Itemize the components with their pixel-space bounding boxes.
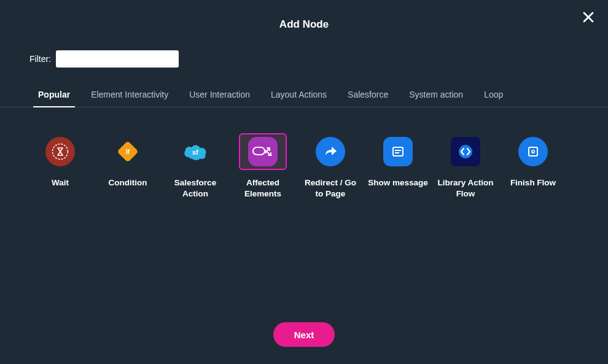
tab-layout-actions[interactable]: Layout Actions [271, 90, 327, 107]
svg-text:If: If [126, 149, 130, 155]
node-redirect[interactable]: Redirect / Go to Page [300, 133, 361, 199]
stop-square-icon [518, 137, 548, 166]
node-salesforce-action[interactable]: sf Salesforce Action [165, 133, 226, 199]
tab-system-action[interactable]: System action [409, 90, 463, 107]
node-label: Redirect / Go to Page [300, 177, 361, 199]
tabs-bar: Popular Element Interactivity User Inter… [0, 68, 608, 107]
node-label: Show message [368, 177, 428, 188]
tab-loop[interactable]: Loop [484, 90, 503, 107]
code-brackets-icon [451, 137, 480, 166]
filter-row: Filter: [0, 31, 608, 68]
node-finish-flow[interactable]: Finish Flow [502, 133, 564, 199]
node-grid: Wait If Condition sf Salesforce Action [0, 107, 608, 199]
tab-element-interactivity[interactable]: Element Interactivity [91, 90, 168, 107]
node-label: Affected Elements [232, 177, 294, 199]
dialog-title: Add Node [0, 18, 608, 31]
affected-elements-icon [248, 137, 278, 166]
cloud-sf-icon: sf [181, 137, 210, 166]
node-label: Library Action Flow [435, 177, 496, 199]
svg-rect-5 [393, 147, 403, 156]
node-library-action-flow[interactable]: Library Action Flow [435, 133, 496, 199]
svg-rect-4 [253, 147, 265, 155]
node-label: Wait [52, 177, 69, 188]
tab-salesforce[interactable]: Salesforce [348, 90, 388, 107]
filter-label: Filter: [29, 54, 51, 64]
message-lines-icon [383, 137, 413, 166]
next-button[interactable]: Next [273, 322, 335, 347]
svg-point-10 [532, 150, 534, 153]
node-show-message[interactable]: Show message [367, 133, 429, 199]
node-wait[interactable]: Wait [29, 133, 91, 199]
node-label: Finish Flow [510, 177, 556, 188]
node-label: Salesforce Action [165, 177, 226, 199]
tab-popular[interactable]: Popular [38, 90, 70, 107]
svg-text:sf: sf [192, 149, 198, 156]
filter-input[interactable] [56, 50, 179, 68]
hourglass-icon [45, 137, 75, 166]
tab-user-interaction[interactable]: User Interaction [189, 90, 250, 107]
dialog-header: Add Node [0, 0, 608, 31]
node-label: Condition [109, 177, 147, 188]
close-button[interactable] [582, 11, 594, 23]
node-condition[interactable]: If Condition [97, 133, 158, 199]
share-arrow-icon [316, 137, 345, 166]
close-icon [582, 11, 594, 23]
node-affected-elements[interactable]: Affected Elements [232, 133, 294, 199]
dialog-footer: Next [0, 322, 608, 347]
svg-rect-9 [529, 147, 537, 156]
diamond-if-icon: If [113, 137, 142, 166]
